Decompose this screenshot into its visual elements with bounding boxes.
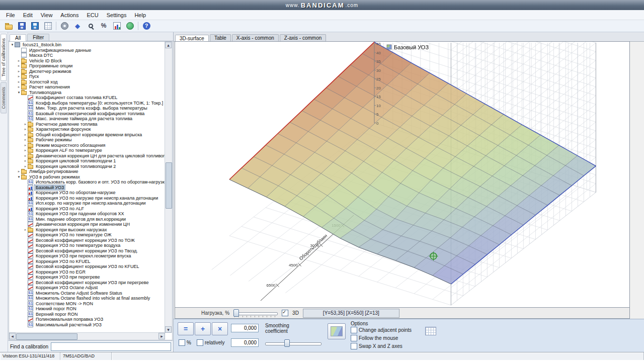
expander-icon[interactable]: ▸ (17, 79, 21, 84)
toolbar-zoom-button[interactable] (84, 20, 97, 32)
tree-item[interactable]: Динамическая коррекция при изменении ЦН (9, 222, 165, 227)
relative-value-input[interactable] (231, 338, 259, 347)
tree-item[interactable]: ▸Коррекция ALF по температуре (9, 148, 165, 153)
tree-item[interactable]: Базовый УОЗ (9, 185, 165, 191)
expander-icon[interactable]: ▸ (23, 127, 28, 132)
toolbar-help-button[interactable] (140, 20, 153, 32)
tab-table[interactable]: Table (210, 34, 231, 41)
tree-item[interactable]: ▸Vehicle ID Block (9, 58, 165, 64)
tree-item[interactable]: ▸Общий коэффициент коррекции времени впр… (9, 132, 165, 138)
slider-thumb[interactable] (233, 309, 239, 317)
toolbar-open-button[interactable] (2, 20, 15, 32)
expander-icon[interactable]: ▸ (23, 122, 28, 127)
tree-item[interactable]: ▸Диспетчер режимов (9, 69, 165, 74)
tree-item[interactable]: ▸Динамическая коррекция ЦН для расчета ц… (9, 153, 165, 159)
tree-item[interactable]: Полиномиальная поправка УОЗ (9, 317, 165, 322)
tree-item[interactable]: Коррекция УОЗ по ALF (9, 206, 165, 212)
multiply-value-button[interactable]: × (212, 322, 228, 335)
vertical-tab-tree-of-calibrations[interactable]: Tree of calibrations (1, 34, 7, 81)
horizontal-scroll-thumb[interactable] (16, 333, 77, 340)
option-checkbox-2[interactable] (351, 335, 357, 341)
tree-item[interactable]: Нижний порог RON (9, 306, 165, 312)
tree-item[interactable]: Коэфф.выбора температуры [0: используетс… (9, 101, 165, 106)
vertical-tab-comments[interactable]: Comments (1, 82, 7, 114)
expander-icon[interactable]: ▸ (23, 227, 28, 232)
scroll-up-icon[interactable]: ▲ (165, 42, 172, 48)
menu-item-file[interactable]: File (2, 11, 19, 19)
tab-x-axis-common[interactable]: X-axis - common (232, 34, 279, 41)
tree-item[interactable]: Коррекция УОЗ Octane Adjust (9, 285, 165, 291)
expander-icon[interactable]: ▾ (10, 42, 15, 47)
tree-item[interactable]: ▸Режим мощностного обогащения (9, 143, 165, 148)
toolbar-save-button[interactable] (15, 20, 28, 32)
expander-icon[interactable]: ▸ (17, 63, 21, 68)
menu-item-actions[interactable]: Actions (56, 11, 83, 19)
tree-item[interactable]: Коррекция УОЗ по температуре ОЖ (9, 232, 165, 238)
toolbar-compare-button[interactable] (71, 20, 84, 32)
tree-item[interactable]: Коррекция УОЗ по температуре воздуха (9, 243, 165, 248)
expander-icon[interactable]: ▸ (17, 58, 21, 63)
menu-item-edit[interactable]: Edit (19, 11, 37, 19)
expander-icon[interactable]: ▸ (17, 169, 21, 174)
tree-vertical-scrollbar[interactable]: ▲ ▼ (165, 42, 172, 333)
adjacent-points-grid-button[interactable] (425, 327, 436, 335)
tree-item[interactable]: ▸Рабочие режимы (9, 137, 165, 143)
expander-icon[interactable]: ▸ (23, 158, 28, 163)
tree-item[interactable]: Коэффициент состава топлива KFUEL (9, 95, 165, 101)
tree-item[interactable]: Исп.корр. по нагрузке при неиспр.канала.… (9, 201, 165, 206)
slider-thumb[interactable] (284, 339, 290, 347)
menu-item-settings[interactable]: Settings (103, 11, 131, 19)
tree-item[interactable]: ▸Расчет наполнения (9, 84, 165, 90)
value-input[interactable] (231, 324, 259, 332)
tree-item[interactable]: Весовой коэффициент коррекции УОЗ при пе… (9, 280, 165, 286)
toolbar-gear-button[interactable] (58, 20, 71, 32)
option-checkbox-3[interactable] (351, 343, 357, 349)
tree-item[interactable]: ▸Коррекция при высоких нагрузках (9, 227, 165, 233)
toolbar-chart-button[interactable] (110, 20, 123, 32)
tree-item[interactable]: ▸Лямбда-регулирование (9, 169, 165, 174)
tree-item[interactable]: Коррекция УОЗ по EGR (9, 269, 165, 275)
tree-item[interactable]: Коррекция УОЗ при падении оборотов XX (9, 211, 165, 217)
percent-checkbox[interactable] (179, 339, 185, 346)
expander-icon[interactable]: ▸ (23, 132, 28, 137)
tree-horizontal-scrollbar[interactable]: ◀ ▶ (9, 332, 165, 340)
tree-item[interactable]: Мин. падение оборотов для вкл.коррекции (9, 217, 165, 222)
expander-icon[interactable]: ▸ (17, 69, 21, 74)
tree-item[interactable]: Верхний порог RON (9, 312, 165, 317)
tree-item[interactable]: Мин. Токр. для расчета коэфф. выбора тем… (9, 106, 165, 111)
expander-icon[interactable]: ▸ (17, 74, 21, 79)
scroll-right-icon[interactable]: ▶ (158, 333, 165, 339)
expander-icon[interactable]: ▸ (23, 137, 28, 142)
tree-item[interactable]: ▸Характеристики форсунок (9, 127, 165, 132)
tree-item[interactable]: Максимальный расчетный УОЗ (9, 322, 165, 328)
menu-item-view[interactable]: View (37, 11, 57, 19)
expander-icon[interactable]: ▾ (17, 174, 21, 179)
tree-item[interactable]: Коррекция УОЗ при перегреве (9, 275, 165, 280)
tree-item[interactable]: ▾Топливоподача (9, 90, 165, 96)
tree-item[interactable]: Множитель Octane flashed into vehicle at… (9, 296, 165, 301)
vertical-scroll-thumb[interactable] (166, 162, 172, 209)
tree-item[interactable]: Весовой коэффициент коррекции УОЗ по ТОЖ (9, 238, 165, 243)
apply-smoothing-button[interactable] (328, 323, 346, 339)
set-value-button[interactable]: = (178, 322, 194, 335)
tree-item[interactable]: Коррекция УОЗ по оборотам-нагрузке (9, 190, 165, 196)
tree-item[interactable]: Коррекция УОЗ по KFUEL (9, 259, 165, 264)
expander-icon[interactable]: ▸ (17, 84, 21, 89)
toolbar-table-button[interactable] (41, 20, 54, 32)
scroll-left-icon[interactable]: ◀ (9, 333, 16, 339)
tree-item[interactable]: ▸Коррекция цикловой топливоподачи 1 (9, 158, 165, 164)
tree-item[interactable]: Множитель Octane Adjust Software Status (9, 291, 165, 296)
tree-item[interactable]: ▾УОЗ в рабочих режимах (9, 174, 165, 180)
scroll-down-icon[interactable]: ▼ (165, 326, 172, 333)
tab-z-axis-common[interactable]: Z-axis - common (280, 34, 326, 41)
tree-item[interactable]: Макс. значение таймера для расчета топли… (9, 116, 165, 122)
tree-item[interactable]: ▸Расчетное давление топлива (9, 122, 165, 127)
option-checkbox-1[interactable] (351, 327, 357, 333)
relatively-checkbox[interactable] (197, 339, 203, 346)
find-calibration-input[interactable] (51, 342, 171, 351)
smoothing-slider[interactable] (265, 339, 321, 347)
tree-item[interactable]: Маска DTC (9, 53, 165, 58)
tree-item[interactable]: Идентификационные данные (9, 48, 165, 53)
menu-item-help[interactable]: Help (130, 11, 150, 19)
surface-canvas[interactable] (175, 42, 629, 307)
